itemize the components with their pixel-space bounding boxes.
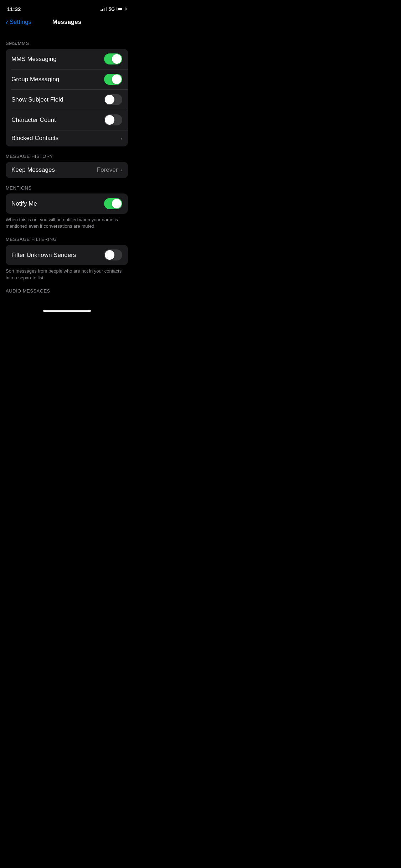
list-item-right-mms-messaging <box>104 53 122 64</box>
toggle-notify-me[interactable] <box>104 198 122 209</box>
back-chevron-icon: ‹ <box>6 19 8 26</box>
list-item-character-count[interactable]: Character Count <box>6 110 128 130</box>
toggle-show-subject-field[interactable] <box>104 94 122 105</box>
section-footer-message-filtering: Sort messages from people who are not in… <box>0 265 134 281</box>
home-indicator-bar <box>43 310 91 312</box>
toggle-thumb-character-count <box>105 115 114 125</box>
list-item-show-subject-field[interactable]: Show Subject Field <box>6 89 128 110</box>
list-item-notify-me[interactable]: Notify Me <box>6 193 128 214</box>
home-indicator <box>0 307 134 315</box>
toggle-thumb-show-subject-field <box>105 95 114 104</box>
list-item-label-mms-messaging: MMS Messaging <box>11 56 57 63</box>
status-time: 11:32 <box>7 6 21 12</box>
signal-bars <box>101 7 107 11</box>
list-item-right-filter-unknown-senders <box>104 249 122 260</box>
list-item-right-show-subject-field <box>104 94 122 105</box>
nav-bar: ‹ Settings Messages <box>0 16 134 30</box>
toggle-filter-unknown-senders[interactable] <box>104 249 122 260</box>
list-item-label-show-subject-field: Show Subject Field <box>11 96 63 103</box>
list-card-mentions: Notify Me <box>6 193 128 214</box>
settings-content: SMS/MMSMMS MessagingGroup MessagingShow … <box>0 30 134 300</box>
list-item-mms-messaging[interactable]: MMS Messaging <box>6 49 128 69</box>
section-header-message-filtering: MESSAGE FILTERING <box>0 237 134 245</box>
list-item-label-filter-unknown-senders: Filter Unknown Senders <box>11 252 76 259</box>
chevron-icon-blocked-contacts: › <box>120 135 122 141</box>
list-item-right-character-count <box>104 114 122 125</box>
list-item-keep-messages[interactable]: Keep MessagesForever› <box>6 162 128 178</box>
toggle-thumb-notify-me <box>112 199 122 208</box>
list-item-label-keep-messages: Keep Messages <box>11 166 55 174</box>
back-button[interactable]: ‹ Settings <box>6 19 31 26</box>
status-right: 5G <box>101 6 127 12</box>
toggle-thumb-mms-messaging <box>112 54 122 64</box>
list-item-filter-unknown-senders[interactable]: Filter Unknown Senders <box>6 245 128 265</box>
battery-tip <box>126 8 127 10</box>
signal-bar-3 <box>104 8 105 11</box>
toggle-mms-messaging[interactable] <box>104 53 122 64</box>
page-title: Messages <box>52 19 81 26</box>
network-label: 5G <box>109 6 115 12</box>
list-card-message-filtering: Filter Unknown Senders <box>6 245 128 265</box>
list-item-label-character-count: Character Count <box>11 117 56 124</box>
list-item-value-keep-messages: Forever <box>97 166 118 174</box>
toggle-group-messaging[interactable] <box>104 74 122 85</box>
battery-indicator <box>117 7 127 11</box>
list-item-group-messaging[interactable]: Group Messaging <box>6 69 128 89</box>
list-item-label-notify-me: Notify Me <box>11 200 37 207</box>
list-item-right-notify-me <box>104 198 122 209</box>
battery-fill <box>118 8 122 10</box>
chevron-icon-keep-messages: › <box>120 167 122 173</box>
toggle-character-count[interactable] <box>104 114 122 125</box>
back-label: Settings <box>10 19 31 26</box>
status-bar: 11:32 5G <box>0 0 134 16</box>
section-header-sms-mms: SMS/MMS <box>0 41 134 49</box>
list-item-blocked-contacts[interactable]: Blocked Contacts› <box>6 130 128 146</box>
list-item-label-blocked-contacts: Blocked Contacts <box>11 135 58 142</box>
toggle-thumb-filter-unknown-senders <box>105 250 114 260</box>
list-item-right-blocked-contacts: › <box>120 135 122 141</box>
signal-bar-4 <box>106 7 107 11</box>
toggle-thumb-group-messaging <box>112 74 122 84</box>
signal-bar-2 <box>102 9 103 11</box>
list-card-message-history: Keep MessagesForever› <box>6 162 128 178</box>
section-footer-mentions: When this is on, you will be notified wh… <box>0 214 134 229</box>
signal-bar-1 <box>101 10 102 11</box>
section-header-audio-messages: AUDIO MESSAGES <box>0 288 134 296</box>
list-card-sms-mms: MMS MessagingGroup MessagingShow Subject… <box>6 49 128 146</box>
list-item-right-keep-messages: Forever› <box>97 166 122 174</box>
section-header-message-history: MESSAGE HISTORY <box>0 154 134 162</box>
list-item-right-group-messaging <box>104 74 122 85</box>
list-item-label-group-messaging: Group Messaging <box>11 76 59 83</box>
battery-body <box>117 7 125 11</box>
section-header-mentions: MENTIONS <box>0 185 134 193</box>
